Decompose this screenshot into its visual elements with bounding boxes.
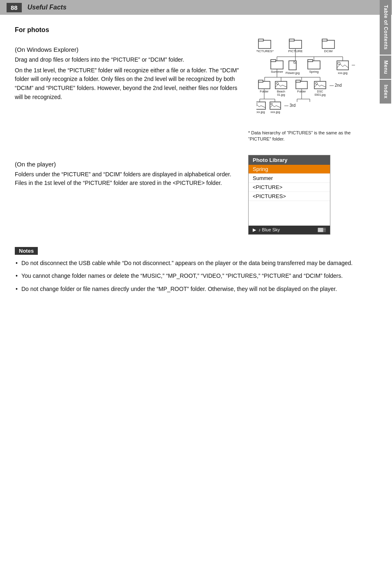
photo-library-item-summer: Summer xyxy=(249,174,330,183)
windows-explorer-section: (On Windows Explorer) Drag and drop file… xyxy=(15,36,355,143)
svg-rect-44 xyxy=(296,80,300,82)
notes-list: Do not disconnect the USB cable while “D… xyxy=(15,259,355,294)
page-header: 88 Useful Facts xyxy=(0,0,392,15)
svg-rect-4 xyxy=(289,39,294,41)
page-title: Useful Facts xyxy=(28,4,67,11)
svg-rect-6 xyxy=(322,40,334,48)
windows-explorer-text: (On Windows Explorer) Drag and drop file… xyxy=(15,36,240,103)
notes-item-3: Do not change folder or file names direc… xyxy=(15,285,355,294)
svg-text:xxx.jpg: xxx.jpg xyxy=(256,110,265,114)
diagram-footnote: * Data hierarchy of “PICTURES” is the sa… xyxy=(248,130,355,143)
body-text-drag-drop: Drag and drop files or folders into the … xyxy=(15,55,240,65)
photo-xxx-1st: xxx.jpg xyxy=(337,61,348,75)
svg-rect-24 xyxy=(308,60,313,62)
svg-rect-1 xyxy=(258,39,263,41)
footer-label: ♪ Blue Sky xyxy=(258,227,280,232)
photo-library-item-pictures: <PICTURES> xyxy=(249,192,330,201)
tab-menu[interactable]: Menu xyxy=(380,55,391,79)
notes-item-1: Do not disconnect the USB cable while “D… xyxy=(15,259,355,268)
svg-text:DSC: DSC xyxy=(317,90,323,93)
photo-library-footer: ▶ ♪ Blue Sky ▓▓▒ xyxy=(249,226,330,234)
photo-library-title: Photo Library xyxy=(249,155,330,165)
notes-section: Notes Do not disconnect the USB cable wh… xyxy=(15,247,355,294)
hierarchy-svg: PICTURES* PICTURE DCIM xyxy=(256,36,355,127)
folder-pictures: PICTURES* xyxy=(256,39,274,53)
photo-beach: Beach 01.jpg xyxy=(275,81,287,97)
tab-table-of-contents[interactable]: Table of Contents xyxy=(380,0,391,55)
photo-xxx-3a: xxx.jpg xyxy=(256,102,265,114)
battery-icon: ▓▓▒ xyxy=(318,228,326,232)
svg-text:— 1st: — 1st xyxy=(352,62,355,67)
player-text: (On the player) Folders under the “PICTU… xyxy=(15,151,240,189)
svg-text:DCIM: DCIM xyxy=(324,49,333,53)
svg-text:Beach: Beach xyxy=(277,90,285,93)
svg-text:— 2nd: — 2nd xyxy=(330,83,341,88)
photo-library-diagram: Photo Library Spring Summer <PICTURE> <P… xyxy=(248,151,355,235)
play-icon: ▶ xyxy=(253,227,256,233)
folder-spring: Spring xyxy=(308,60,320,74)
svg-text:xxx.jpg: xxx.jpg xyxy=(270,110,280,114)
svg-rect-0 xyxy=(258,40,271,48)
svg-rect-23 xyxy=(308,61,320,69)
svg-text:PICTURES*: PICTURES* xyxy=(256,49,274,53)
svg-text:01.jpg: 01.jpg xyxy=(277,93,285,97)
body-text-levels: On the 1st level, the “PICTURE” folder w… xyxy=(15,66,240,102)
photo-library-item-picture: <PICTURE> xyxy=(249,183,330,192)
page-number: 88 xyxy=(7,3,22,12)
photo-library-item-spring: Spring xyxy=(249,165,330,174)
folder-hierarchy-diagram: PICTURES* PICTURE DCIM xyxy=(248,36,355,143)
photo-library-box: Photo Library Spring Summer <PICTURE> <P… xyxy=(248,155,330,235)
body-text-player: Folders under the “PICTURE” and “DCIM” f… xyxy=(15,170,240,188)
svg-rect-7 xyxy=(322,39,327,41)
main-content: For photos (On Windows Explorer) Drag an… xyxy=(0,15,370,309)
subsection-heading-player: (On the player) xyxy=(15,161,240,168)
subsection-heading-windows: (On Windows Explorer) xyxy=(15,46,240,53)
photo-dsc: DSC 0001.jpg xyxy=(314,81,326,97)
photo-xxx-3b: xxx.jpg xyxy=(270,102,281,114)
notes-item-2: You cannot change folder names or delete… xyxy=(15,272,355,281)
svg-text:— 3rd: — 3rd xyxy=(284,103,295,108)
section-heading-for-photos: For photos xyxy=(15,26,355,34)
svg-text:Flower.jpg: Flower.jpg xyxy=(286,71,300,75)
svg-text:xxx.jpg: xxx.jpg xyxy=(338,71,347,75)
folder-dcim: DCIM xyxy=(322,39,334,53)
notes-label: Notes xyxy=(15,247,38,255)
file-flower: Flower.jpg xyxy=(286,61,300,75)
svg-rect-3 xyxy=(289,40,302,48)
svg-text:0001.jpg: 0001.jpg xyxy=(315,93,326,97)
svg-rect-15 xyxy=(271,61,283,69)
tab-index[interactable]: Index xyxy=(380,80,391,104)
sidebar-tabs: Table of Contents Menu Index xyxy=(379,0,392,563)
player-section: (On the player) Folders under the “PICTU… xyxy=(15,151,355,235)
svg-rect-37 xyxy=(258,80,263,82)
svg-text:Spring: Spring xyxy=(309,70,318,74)
svg-rect-16 xyxy=(271,60,276,62)
